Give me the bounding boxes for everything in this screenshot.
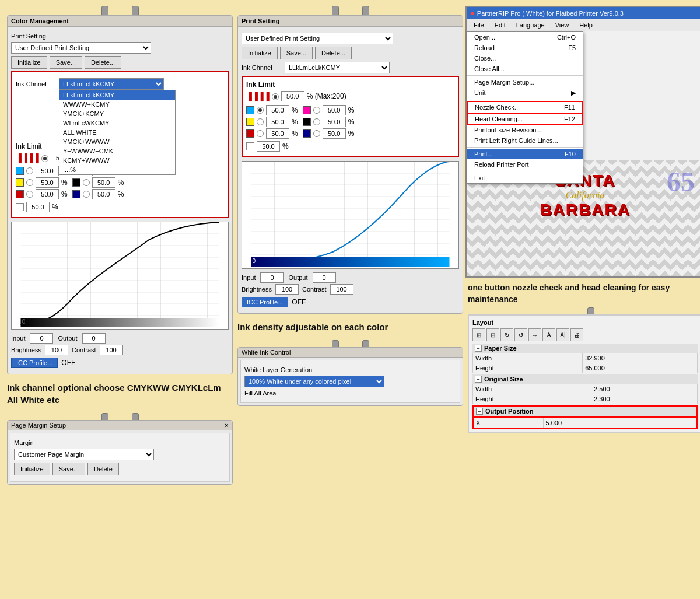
output-value-1[interactable]: [82, 333, 106, 344]
margin-delete-btn[interactable]: Delete: [88, 463, 119, 475]
menu-unit[interactable]: Unit▶: [467, 87, 583, 99]
layout-btn-5[interactable]: ↔: [528, 328, 541, 341]
layout-btn-4[interactable]: ↺: [514, 328, 527, 341]
ink-channel-select[interactable]: LLkLmLcLkKCMY: [59, 78, 164, 90]
icc-profile-button-1[interactable]: ICC Profile...: [11, 358, 58, 368]
col2-save-btn[interactable]: Save...: [280, 47, 313, 59]
dark-blue-radio[interactable]: [83, 191, 90, 198]
layout-btn-3[interactable]: ↻: [501, 328, 513, 341]
col2-delete-btn[interactable]: Delete...: [315, 47, 352, 59]
ink-option-more[interactable]: ....%: [60, 165, 175, 174]
col2-radio-total[interactable]: [272, 92, 279, 100]
col2-output-val[interactable]: [313, 272, 336, 283]
ink-option-wwww-kcmy[interactable]: WWWW+KCMY: [60, 100, 175, 109]
ink-option-y-wwww-cmk[interactable]: Y+WWWW+CMK: [60, 146, 175, 156]
ink-option-ymck-wwww[interactable]: YMCK+WWWW: [60, 137, 175, 146]
brightness-input-1[interactable]: [45, 345, 68, 355]
ink-option-wlmlcwkcmy[interactable]: WLmLcWKCMY: [60, 118, 175, 128]
ink-option-llklmlclkkcmy[interactable]: LLkLmLcLkKCMY: [60, 90, 175, 100]
initialize-button[interactable]: Initialize: [11, 56, 47, 69]
radio-total[interactable]: [41, 154, 48, 162]
orig-size-expand[interactable]: −: [475, 376, 482, 383]
menu-reload[interactable]: ReloadF5: [467, 43, 583, 53]
col2-white-input[interactable]: [257, 141, 280, 152]
ink-option-kcmy-wwww[interactable]: KCMY+WWWW: [60, 156, 175, 165]
col2-dark-blue-swatch: [303, 129, 311, 138]
red-radio[interactable]: [26, 191, 33, 198]
menu-page-margin[interactable]: Page Margin Setup...: [467, 77, 583, 87]
margin-save-btn[interactable]: Save...: [52, 463, 85, 475]
col2-cyan-radio[interactable]: [257, 107, 264, 114]
col2-print-select[interactable]: User Defined Print Setting: [242, 33, 393, 44]
yellow-radio[interactable]: [26, 179, 33, 186]
ink-option-ymck-kcmy[interactable]: YMCK+KCMY: [60, 109, 175, 118]
contrast-input-1[interactable]: [100, 345, 123, 355]
menu-exit[interactable]: Exit: [467, 173, 583, 183]
layout-btn-1[interactable]: ⊞: [473, 328, 485, 341]
close-icon[interactable]: ✕: [224, 422, 229, 429]
cyan-input[interactable]: [36, 166, 59, 176]
print-setting-select[interactable]: User Defined Print Setting: [11, 42, 151, 54]
menu-open[interactable]: Open...Ctrl+O: [467, 32, 583, 43]
menu-print-guide[interactable]: Print Left Right Guide Lines...: [467, 135, 583, 146]
save-button[interactable]: Save...: [50, 56, 82, 69]
delete-button[interactable]: Delete...: [85, 56, 121, 69]
col2-initialize-btn[interactable]: Initialize: [242, 47, 278, 59]
menu-printout-revision[interactable]: Printout-size Revision...: [467, 125, 583, 135]
menu-print[interactable]: Print...F10: [467, 149, 583, 159]
svg-rect-0: [21, 222, 219, 327]
color-management-panel: Color Management Print Setting User Defi…: [7, 15, 233, 374]
col2-dark-blue-radio[interactable]: [313, 130, 320, 137]
menu-nozzle-check[interactable]: Nozzle Check...F11: [467, 101, 583, 113]
menu-close[interactable]: Close...: [467, 53, 583, 64]
menu-language[interactable]: Language: [512, 20, 550, 30]
layout-title: Layout: [473, 319, 698, 326]
dark-blue-input[interactable]: [92, 189, 116, 199]
menu-head-cleaning[interactable]: Head Cleaning...F12: [467, 113, 583, 125]
col2-dark-blue-input[interactable]: [323, 128, 346, 139]
ink-option-all-white[interactable]: ALL WHITE: [60, 128, 175, 137]
orig-width-row: Width 2.500: [473, 384, 698, 394]
col2-brightness-input[interactable]: [275, 284, 299, 295]
col2-yellow-radio[interactable]: [257, 118, 264, 125]
col2-total-input[interactable]: [281, 91, 304, 101]
menu-view[interactable]: View: [551, 20, 574, 30]
col2-ink-channel-select[interactable]: LLkLmLcLkKCMY: [285, 62, 390, 73]
col2-red-radio[interactable]: [257, 130, 264, 137]
cyan-radio[interactable]: [26, 167, 33, 174]
layout-btn-6[interactable]: A: [542, 328, 555, 341]
menu-file[interactable]: File: [469, 20, 489, 30]
menu-help[interactable]: Help: [575, 20, 597, 30]
col2-red-input[interactable]: [266, 128, 289, 139]
white-input[interactable]: [26, 202, 50, 212]
menu-reload-port[interactable]: Reload Printer Port: [467, 159, 583, 170]
col2-contrast-input[interactable]: [330, 284, 354, 295]
layout-btn-8[interactable]: 🖨: [570, 328, 583, 341]
white-layer-select[interactable]: 100% White under any colored pixel: [244, 376, 384, 387]
layout-btn-2[interactable]: ⊟: [487, 328, 499, 341]
input-value-1[interactable]: [30, 333, 53, 344]
menu-edit[interactable]: Edit: [490, 20, 510, 30]
paper-size-expand[interactable]: −: [475, 345, 482, 352]
col2-magenta-radio[interactable]: [313, 107, 320, 114]
black-input[interactable]: [92, 177, 116, 188]
red-input[interactable]: [36, 189, 59, 199]
orig-height-label: Height: [473, 394, 592, 404]
margin-select[interactable]: Customer Page Margin: [14, 449, 154, 460]
yellow-input[interactable]: [36, 177, 59, 188]
col2-cyan-input[interactable]: [266, 105, 289, 115]
col2-black-input[interactable]: [323, 117, 346, 127]
black-radio[interactable]: [83, 179, 90, 186]
col2-black-radio[interactable]: [313, 118, 320, 125]
layout-btn-7[interactable]: A|: [556, 328, 569, 341]
col2-yellow-input[interactable]: [266, 117, 289, 127]
col2-magenta-input[interactable]: [323, 105, 346, 115]
col2-ink-total-row: ▐▐▐▐ % (Max:200): [246, 91, 454, 101]
col2-input-val[interactable]: [260, 272, 284, 283]
orig-width-label: Width: [473, 384, 592, 394]
col2-icc-profile-btn[interactable]: ICC Profile...: [242, 297, 288, 307]
margin-initialize-btn[interactable]: Initialize: [14, 463, 50, 475]
col2-pct-w: %: [282, 142, 289, 150]
output-pos-expand[interactable]: −: [476, 408, 483, 415]
menu-close-all[interactable]: Close All...: [467, 64, 583, 74]
